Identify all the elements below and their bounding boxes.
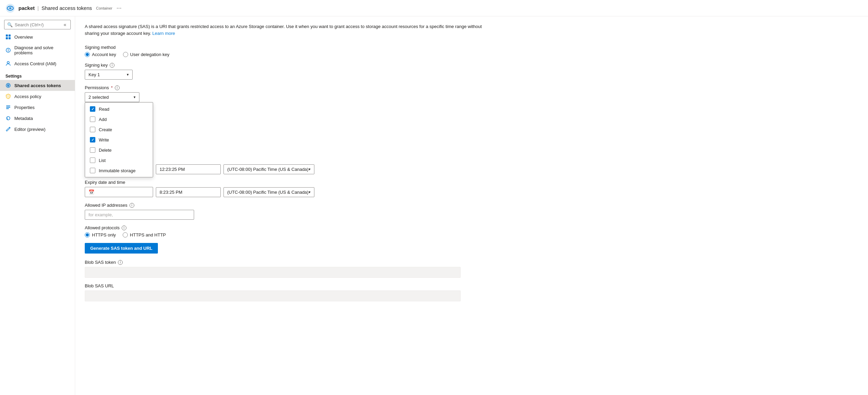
signing-key-arrow-icon: ▾ (127, 72, 129, 77)
svg-rect-14 (6, 108, 9, 109)
svg-text:i: i (7, 117, 8, 120)
expiry-datetime-section: Expiry date and time 📅 8:23:25 PM (UTC-0… (85, 180, 858, 197)
sidebar-item-overview-label: Overview (14, 35, 33, 40)
search-input[interactable] (15, 22, 62, 27)
svg-point-3 (10, 8, 11, 9)
permission-delete-checkbox[interactable] (90, 147, 95, 153)
blob-sas-url-section: Blob SAS URL (85, 283, 858, 301)
sidebar-item-shared-access-tokens[interactable]: Shared access tokens (0, 80, 75, 91)
permission-create-label: Create (99, 127, 112, 132)
permissions-info-icon[interactable]: i (115, 85, 120, 90)
svg-rect-12 (6, 106, 10, 106)
permission-add-checkbox[interactable] (90, 117, 95, 122)
signing-key-info-icon[interactable]: i (110, 63, 114, 68)
signing-key-value: Key 1 (89, 72, 100, 77)
protocols-radio-group: HTTPS only HTTPS and HTTP (85, 232, 858, 237)
permission-create-checkbox[interactable] (90, 127, 95, 132)
start-date-label: Start date and time i (85, 157, 858, 162)
generate-sas-button[interactable]: Generate SAS token and URL (85, 243, 158, 254)
permission-read-checkbox[interactable] (90, 106, 95, 112)
main-content: A shared access signature (SAS) is a URI… (75, 16, 868, 395)
learn-more-link[interactable]: Learn more (152, 31, 175, 36)
blob-sas-token-info-icon[interactable]: i (118, 260, 123, 265)
permissions-dropdown-menu: Read Add Create Write (85, 102, 153, 177)
signing-method-section: Signing method Account key User delegati… (85, 45, 858, 57)
editor-icon (5, 126, 11, 132)
allowed-protocols-info-icon[interactable]: i (122, 226, 126, 230)
sidebar-item-metadata[interactable]: i Metadata (0, 113, 75, 124)
sidebar-item-overview[interactable]: Overview (0, 31, 75, 42)
permission-add-item[interactable]: Add (85, 114, 153, 124)
account-key-option[interactable]: Account key (85, 52, 116, 57)
sidebar-item-access-policy[interactable]: Access policy (0, 91, 75, 102)
sidebar-nav: Overview Diagnose and solve problems Acc… (0, 31, 75, 135)
sidebar: 🔍 « Overview Diagnose and solve problems (0, 16, 75, 395)
user-delegation-radio[interactable] (123, 52, 128, 57)
signing-method-label: Signing method (85, 45, 858, 50)
search-box[interactable]: 🔍 « (4, 20, 71, 29)
permission-create-item[interactable]: Create (85, 124, 153, 135)
expiry-timezone-value: (UTC-08:00) Pacific Time (US & Canada) (227, 190, 309, 195)
header-separator: | (38, 5, 39, 11)
collapse-button[interactable]: « (62, 22, 68, 27)
permission-immutable-label: Immutable storage (99, 168, 136, 173)
expiry-date-input[interactable]: 📅 (85, 187, 153, 197)
expiry-calendar-icon[interactable]: 📅 (89, 189, 94, 195)
permissions-section: Permissions * i 2 selected ▾ Read (85, 85, 858, 102)
expiry-timezone-select[interactable]: (UTC-08:00) Pacific Time (US & Canada) ▾ (223, 187, 314, 197)
sidebar-item-metadata-label: Metadata (14, 116, 33, 121)
blob-sas-url-field (85, 290, 461, 301)
signing-method-radio-group: Account key User delegation key (85, 52, 858, 57)
permission-list-item[interactable]: List (85, 155, 153, 165)
permission-delete-item[interactable]: Delete (85, 145, 153, 155)
sidebar-item-editor[interactable]: Editor (preview) (0, 124, 75, 135)
signing-key-dropdown[interactable]: Key 1 ▾ (85, 70, 133, 80)
https-and-http-radio[interactable] (123, 232, 128, 237)
expiry-datetime-row: 📅 8:23:25 PM (UTC-08:00) Pacific Time (U… (85, 187, 858, 197)
https-only-radio[interactable] (85, 232, 90, 237)
sidebar-item-diagnose[interactable]: Diagnose and solve problems (0, 42, 75, 58)
permission-list-label: List (99, 158, 106, 163)
permissions-label: Permissions * i (85, 85, 858, 90)
more-options-icon[interactable]: ··· (117, 4, 122, 12)
user-delegation-label: User delegation key (130, 52, 169, 57)
account-key-radio[interactable] (85, 52, 90, 57)
permission-read-item[interactable]: Read (85, 104, 153, 114)
start-timezone-select[interactable]: (UTC-08:00) Pacific Time (US & Canada) ▾ (223, 164, 314, 174)
properties-icon (5, 105, 11, 110)
permission-write-item[interactable]: Write (85, 135, 153, 145)
sidebar-item-properties[interactable]: Properties (0, 102, 75, 113)
sidebar-item-iam[interactable]: Access Control (IAM) (0, 58, 75, 69)
https-and-http-option[interactable]: HTTPS and HTTP (123, 232, 166, 237)
sidebar-item-iam-label: Access Control (IAM) (14, 61, 56, 66)
permission-list-checkbox[interactable] (90, 158, 95, 163)
shared-access-icon (5, 83, 11, 88)
allowed-ip-section: Allowed IP addresses i (85, 203, 858, 220)
allowed-ip-label: Allowed IP addresses i (85, 203, 858, 208)
diagnose-icon (5, 47, 11, 53)
svg-rect-6 (6, 37, 8, 39)
sidebar-item-access-policy-label: Access policy (14, 94, 41, 99)
permissions-dropdown[interactable]: 2 selected ▾ (85, 92, 139, 102)
permission-write-checkbox[interactable] (90, 137, 95, 142)
permission-immutable-checkbox[interactable] (90, 168, 95, 173)
allowed-ip-info-icon[interactable]: i (130, 203, 134, 208)
svg-rect-4 (6, 35, 8, 37)
search-icon: 🔍 (7, 22, 13, 27)
svg-point-9 (7, 62, 9, 64)
https-only-option[interactable]: HTTPS only (85, 232, 116, 237)
user-delegation-key-option[interactable]: User delegation key (123, 52, 169, 57)
permissions-required-star: * (111, 85, 113, 90)
iam-icon (5, 61, 11, 66)
expiry-time-input[interactable]: 8:23:25 PM (156, 187, 221, 197)
allowed-ip-input[interactable] (85, 210, 194, 220)
account-key-label: Account key (92, 52, 116, 57)
page-description: A shared access signature (SAS) is a URI… (85, 23, 495, 37)
generate-button-section: Generate SAS token and URL (85, 243, 858, 254)
permission-immutable-item[interactable]: Immutable storage (85, 165, 153, 176)
permission-write-label: Write (99, 137, 109, 142)
start-time-input[interactable]: 12:23:25 PM (156, 164, 221, 174)
blob-sas-token-section: Blob SAS token i (85, 260, 858, 278)
permission-delete-label: Delete (99, 148, 112, 153)
start-datetime-section: Start date and time i 📅 12:23:25 PM (UTC… (85, 157, 858, 174)
